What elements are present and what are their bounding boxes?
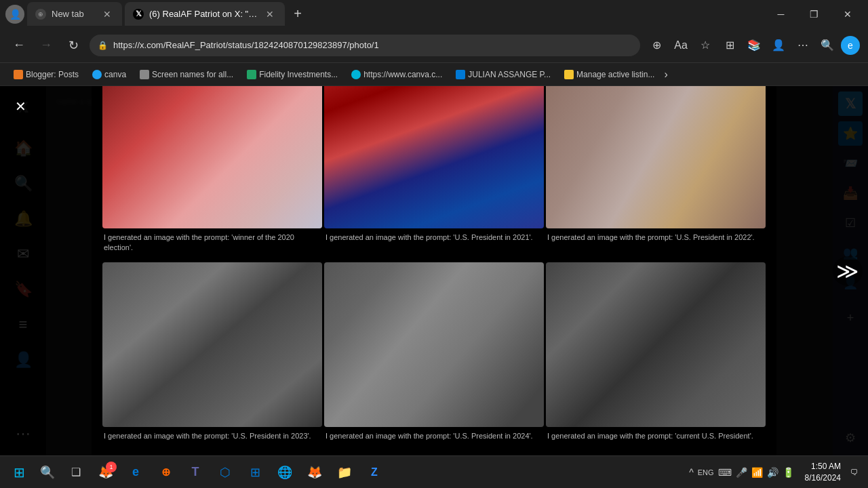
new-tab-button[interactable]: + — [288, 4, 308, 24]
taskbar-start-button[interactable]: ⊞ — [5, 459, 33, 486]
extensions-icon[interactable]: ⊞ — [719, 35, 741, 56]
modal-backdrop[interactable]: ✕ I generated an image with the prompt: … — [0, 86, 868, 455]
tab-close-twitter[interactable]: ✕ — [263, 7, 277, 21]
taskbar-phpmy-icon: ⊕ — [161, 466, 170, 479]
bookmark-canva2-label: https://www.canva.c... — [363, 70, 442, 79]
photo-modal: I generated an image with the prompt: 'w… — [92, 86, 776, 455]
bookmark-canva2[interactable]: https://www.canva.c... — [346, 67, 448, 82]
read-mode-icon[interactable]: Aa — [670, 35, 692, 56]
lock-icon: 🔒 — [98, 41, 108, 50]
tray-language[interactable]: ENG — [698, 468, 714, 476]
photo-image-4[interactable] — [102, 262, 322, 427]
taskbar-notification-app[interactable]: 🦊 1 — [92, 459, 119, 486]
favorites-icon[interactable]: ☆ — [694, 35, 716, 56]
tab-icon-twitter: 𝕏 — [133, 9, 144, 20]
screennames-icon — [140, 70, 149, 79]
tray-show-hidden[interactable]: ^ — [689, 467, 694, 478]
bookmark-fidelity[interactable]: Fidelity Investments... — [241, 67, 343, 82]
taskbar-zoom[interactable]: Z — [361, 459, 388, 486]
taskbar-firefox[interactable]: 🦊 — [301, 459, 328, 486]
tray-keyboard[interactable]: ⌨ — [718, 467, 732, 478]
back-button[interactable]: ← — [8, 35, 30, 56]
bookmark-manage[interactable]: Manage active listin... — [559, 67, 660, 82]
tray-battery[interactable]: 🔋 — [783, 467, 794, 478]
bookmarks-bar: Blogger: Posts canva Screen names for al… — [0, 63, 868, 86]
browser-frame: 👤 ⊕ New tab ✕ 𝕏 (6) RealAF Patriot on X:… — [0, 0, 868, 488]
taskbar-files[interactable]: 📁 — [331, 459, 358, 486]
minimize-button[interactable]: ─ — [766, 4, 796, 24]
taskbar-files-icon: 📁 — [337, 465, 352, 480]
taskbar-clock[interactable]: 1:50 AM 8/16/2024 — [805, 461, 841, 484]
taskbar-teams-icon: T — [192, 465, 199, 479]
photo-item-2: I generated an image with the prompt: 'U… — [324, 86, 544, 260]
close-button[interactable]: ✕ — [832, 4, 863, 24]
collections-icon[interactable]: 📚 — [743, 35, 765, 56]
maximize-button[interactable]: ❐ — [799, 4, 829, 24]
web-capture-icon[interactable]: ⊕ — [646, 35, 667, 56]
nav-icons: ⊕ Aa ☆ ⊞ 📚 👤 ⋯ 🔍 e — [646, 35, 860, 56]
tab-close-newtab[interactable]: ✕ — [100, 7, 114, 21]
notification-center-icon: 🗨 — [850, 468, 859, 477]
photo-image-2[interactable] — [324, 86, 544, 228]
taskbar-search-icon: 🔍 — [40, 465, 55, 480]
tab-icon-newtab: ⊕ — [35, 9, 46, 20]
taskbar-edge2[interactable]: ⬡ — [212, 459, 239, 486]
photo-image-3[interactable] — [546, 86, 766, 228]
search-sidebar-icon[interactable]: 🔍 — [816, 35, 838, 56]
photo-item-6: I generated an image with the prompt: 'c… — [546, 262, 766, 448]
taskbar-store[interactable]: ⊞ — [241, 459, 269, 486]
taskbar-edge-icon: e — [132, 465, 139, 479]
address-bar[interactable]: 🔒 https://x.com/RealAF_Patriot/status/18… — [90, 35, 640, 56]
taskbar-right: ^ ENG ⌨ 🎤 📶 🔊 🔋 1:50 AM 8/16/2024 🗨 — [684, 459, 863, 486]
settings-icon[interactable]: ⋯ — [792, 35, 814, 56]
tab-new-tab[interactable]: ⊕ New tab ✕ — [27, 2, 122, 26]
photo-item-3: I generated an image with the prompt: 'U… — [546, 86, 766, 260]
photo-image-1[interactable] — [102, 86, 322, 228]
browser-profile[interactable]: 👤 — [5, 5, 24, 24]
windows-logo-icon: ⊞ — [14, 464, 25, 481]
notification-center[interactable]: 🗨 — [846, 459, 863, 486]
modal-close-button[interactable]: ✕ — [8, 94, 33, 119]
photo-image-5[interactable] — [324, 262, 544, 427]
taskbar-taskview-button[interactable]: ❑ — [62, 459, 90, 486]
bookmark-screennames[interactable]: Screen names for all... — [134, 67, 239, 82]
refresh-button[interactable]: ↻ — [62, 35, 84, 56]
bookmark-assange-label: JULIAN ASSANGE P... — [468, 70, 551, 79]
account-icon[interactable]: 👤 — [768, 35, 789, 56]
taskbar-teams[interactable]: T — [182, 459, 209, 486]
photo-caption-1: I generated an image with the prompt: 'w… — [102, 228, 322, 260]
edge-profile[interactable]: e — [841, 36, 860, 55]
notification-badge: 1 — [106, 462, 117, 472]
clock-date: 8/16/2024 — [805, 472, 841, 484]
bookmarks-more-button[interactable]: › — [664, 68, 667, 81]
photo-image-6[interactable] — [546, 262, 766, 427]
clock-time: 1:50 AM — [805, 461, 841, 472]
taskbar-search-button[interactable]: 🔍 — [35, 459, 60, 486]
modal-nav-right-button[interactable]: ≫ — [833, 256, 863, 286]
taskbar-phpmy[interactable]: ⊕ — [152, 459, 179, 486]
canva2-icon — [351, 70, 361, 79]
photo-caption-2: I generated an image with the prompt: 'U… — [324, 228, 544, 249]
photo-item-1: I generated an image with the prompt: 'w… — [102, 86, 322, 260]
taskbar-falkon[interactable]: 🌐 — [271, 459, 298, 486]
bookmark-blogger[interactable]: Blogger: Posts — [8, 67, 84, 82]
bookmark-canva[interactable]: canva — [87, 67, 132, 82]
canva-icon — [92, 70, 102, 79]
bookmark-manage-label: Manage active listin... — [576, 70, 654, 79]
fidelity-icon — [247, 70, 256, 79]
tray-wifi[interactable]: 📶 — [751, 467, 763, 478]
tab-label-newtab: New tab — [52, 9, 84, 19]
taskbar: ⊞ 🔍 ❑ 🦊 1 e ⊕ T ⬡ ⊞ 🌐 🦊 — [0, 455, 868, 488]
tab-twitter[interactable]: 𝕏 (6) RealAF Patriot on X: "ARE WE ✕ — [125, 2, 285, 26]
taskbar-store-icon: ⊞ — [250, 465, 260, 480]
window-controls: ─ ❐ ✕ — [766, 4, 863, 24]
bookmark-assange[interactable]: JULIAN ASSANGE P... — [450, 67, 556, 82]
tab-label-twitter: (6) RealAF Patriot on X: "ARE WE — [149, 9, 258, 19]
tray-mic[interactable]: 🎤 — [736, 467, 747, 478]
tray-volume[interactable]: 🔊 — [767, 467, 778, 478]
nav-bar: ← → ↻ 🔒 https://x.com/RealAF_Patriot/sta… — [0, 28, 868, 63]
system-tray: ^ ENG ⌨ 🎤 📶 🔊 🔋 — [684, 467, 799, 478]
taskbar-edge[interactable]: e — [122, 459, 149, 486]
forward-button[interactable]: → — [35, 35, 57, 56]
assange-icon — [456, 70, 465, 79]
